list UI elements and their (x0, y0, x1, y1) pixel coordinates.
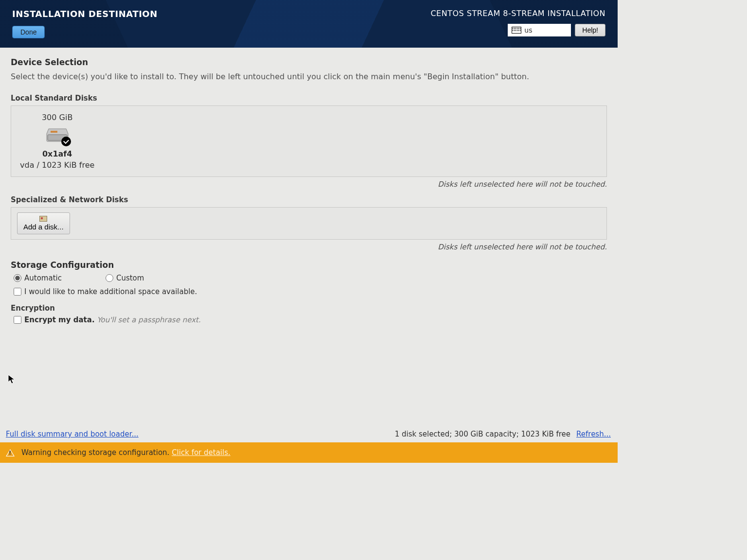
network-disks-hint: Disks left unselected here will not be t… (11, 243, 607, 251)
keyboard-icon (512, 27, 521, 34)
keyboard-layout-indicator[interactable]: us (508, 24, 571, 36)
radio-custom-label: Custom (116, 274, 144, 282)
refresh-link[interactable]: Refresh... (576, 430, 611, 438)
disk-info: vda / 1023 KiB free (20, 160, 94, 170)
checkbox-additional-space-label: I would like to make additional space av… (24, 287, 197, 296)
encrypt-label: Encrypt my data. (24, 315, 95, 324)
network-disks-container: Add a disk... (11, 207, 607, 240)
page-title: INSTALLATION DESTINATION (12, 9, 158, 19)
checkbox-additional-space-input[interactable] (14, 288, 21, 296)
disk-summary-link[interactable]: Full disk summary and boot loader... (6, 430, 139, 438)
disk-icon (46, 126, 69, 145)
check-icon (61, 137, 71, 146)
disk-size: 300 GiB (42, 113, 72, 122)
warning-bar: Warning checking storage configuration. … (0, 442, 618, 463)
local-disks-container: 300 GiB 0x1af4 vda / 1023 KiB free (11, 105, 607, 177)
add-disk-button[interactable]: Add a disk... (17, 212, 70, 234)
storage-config-heading: Storage Configuration (11, 260, 607, 270)
add-disk-label: Add a disk... (23, 223, 64, 231)
warning-details-link[interactable]: Click for details. (172, 448, 231, 457)
checkbox-encrypt-input[interactable] (14, 316, 21, 324)
device-selection-desc: Select the device(s) you'd like to insta… (11, 72, 607, 81)
help-button[interactable]: Help! (575, 24, 605, 36)
warning-icon (6, 449, 15, 456)
keyboard-layout-text: us (524, 26, 532, 34)
done-button[interactable]: Done (12, 26, 45, 38)
radio-automatic-label: Automatic (24, 274, 62, 282)
disk-vda[interactable]: 300 GiB 0x1af4 vda / 1023 KiB free (17, 111, 97, 172)
network-disks-heading: Specialized & Network Disks (11, 195, 607, 204)
device-selection-title: Device Selection (11, 57, 607, 67)
cursor-icon (8, 374, 16, 385)
encrypt-hint: You'll set a passphrase next. (97, 315, 200, 324)
footer-bar: Full disk summary and boot loader... 1 d… (0, 430, 618, 442)
radio-automatic[interactable]: Automatic (14, 274, 62, 282)
warning-text: Warning checking storage configuration. (21, 448, 169, 457)
checkbox-encrypt[interactable]: Encrypt my data. You'll set a passphrase… (11, 315, 607, 324)
disk-model: 0x1af4 (42, 149, 72, 158)
radio-custom-input[interactable] (106, 274, 113, 282)
local-disks-hint: Disks left unselected here will not be t… (11, 180, 607, 189)
add-disk-icon (39, 216, 47, 222)
encryption-heading: Encryption (11, 304, 607, 313)
installer-subtitle: CENTOS STREAM 8-STREAM INSTALLATION (430, 9, 605, 18)
radio-automatic-input[interactable] (14, 274, 21, 282)
svg-rect-1 (51, 131, 57, 133)
footer-status: 1 disk selected; 300 GiB capacity; 1023 … (395, 430, 570, 438)
checkbox-additional-space[interactable]: I would like to make additional space av… (11, 287, 607, 296)
local-disks-heading: Local Standard Disks (11, 94, 607, 103)
radio-custom[interactable]: Custom (106, 274, 144, 282)
